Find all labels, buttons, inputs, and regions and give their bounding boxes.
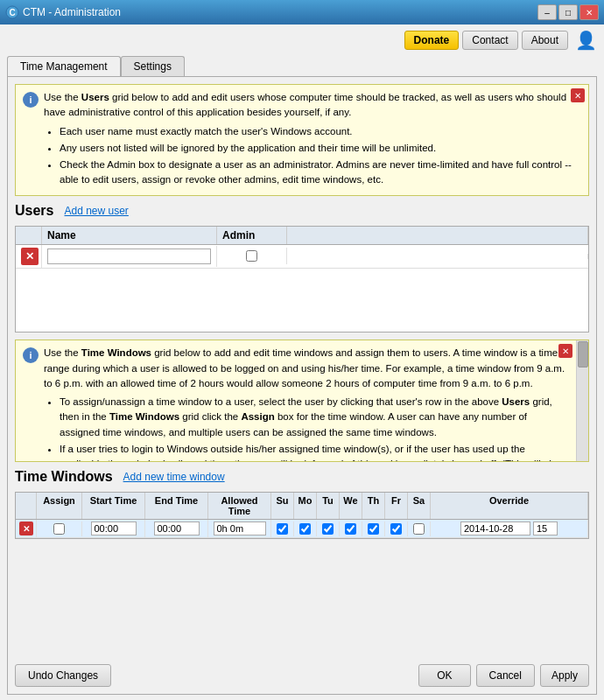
users-section-header: Users Add new user (15, 203, 589, 219)
tw-row-assign-cell (37, 522, 82, 536)
tw-row-start-cell[interactable] (82, 520, 145, 537)
users-row-delete-button[interactable]: ✕ (21, 248, 39, 265)
tw-col-we: We (340, 493, 362, 519)
users-info-text: Use the Users grid below to add and edit… (44, 90, 581, 190)
tw-col-su: Su (271, 493, 294, 519)
tw-col-override: Override (431, 493, 588, 519)
tw-col-start: Start Time (82, 493, 145, 519)
users-admin-checkbox[interactable] (246, 250, 257, 262)
bullet-1: Each user name must exactly match the us… (60, 124, 581, 139)
tw-override-date-input[interactable] (460, 522, 530, 536)
tw-row-su-cell (271, 522, 294, 536)
donate-button[interactable]: Donate (404, 31, 460, 50)
tab-bar: Time Management Settings (7, 56, 597, 76)
tw-col-allowed: Allowed Time (208, 493, 271, 519)
tw-th-checkbox[interactable] (368, 523, 379, 535)
tw-col-mo: Mo (294, 493, 317, 519)
add-new-user-link[interactable]: Add new user (64, 205, 128, 217)
tw-row-override-cell (431, 520, 588, 537)
tw-info-icon: i (23, 347, 39, 363)
tw-sa-checkbox[interactable] (413, 523, 425, 535)
tw-col-end: End Time (145, 493, 208, 519)
tw-row-del-cell: ✕ (16, 520, 37, 537)
window-title: CTM - Administration (23, 6, 537, 18)
about-button[interactable]: About (522, 31, 568, 50)
users-grid-row: ✕ (16, 245, 588, 269)
tw-su-checkbox[interactable] (277, 523, 288, 535)
users-col-admin: Admin (217, 227, 287, 244)
apply-button[interactable]: Apply (540, 664, 589, 687)
tw-row-sa-cell (408, 522, 431, 536)
tw-col-fr: Fr (385, 493, 408, 519)
add-new-tw-link[interactable]: Add new time window (123, 471, 225, 483)
tw-bullet-2: If a user tries to login to Windows outs… (60, 442, 567, 463)
info-icon: i (23, 92, 39, 108)
tw-col-sa: Sa (408, 493, 431, 519)
spacer (15, 546, 589, 652)
time-windows-info-box: i Use the Time Windows grid below to add… (15, 340, 589, 462)
time-windows-info-inner: i Use the Time Windows grid below to add… (16, 340, 588, 462)
tw-col-del (16, 493, 37, 519)
contact-button[interactable]: Contact (462, 31, 517, 50)
tw-bullet-1: To assign/unassign a time window to a us… (60, 395, 567, 440)
tw-row-th-cell (362, 522, 385, 536)
tw-we-checkbox[interactable] (345, 523, 356, 535)
top-bar: Donate Contact About 👤 (7, 30, 597, 51)
users-row-extra (287, 254, 588, 259)
tw-row-we-cell (340, 522, 362, 536)
tw-fr-checkbox[interactable] (390, 523, 402, 535)
tw-section-title: Time Windows (15, 469, 113, 485)
users-col-extra (287, 227, 588, 244)
bottom-bar: Undo Changes OK Cancel Apply (15, 659, 589, 687)
users-section-title: Users (15, 203, 53, 219)
tw-grid-header: Assign Start Time End Time Allowed Time … (16, 493, 588, 520)
tw-col-th: Th (362, 493, 385, 519)
tw-row-tu-cell (317, 522, 340, 536)
users-row-delete-cell: ✕ (16, 245, 42, 268)
users-col-delete (16, 227, 42, 244)
minimize-button[interactable]: – (537, 4, 557, 20)
tw-row-delete-button[interactable]: ✕ (19, 522, 33, 536)
tw-grid-row: ✕ (16, 520, 588, 538)
tw-row-end-cell[interactable] (145, 520, 208, 537)
undo-changes-button[interactable]: Undo Changes (15, 664, 111, 687)
users-col-name: Name (42, 227, 217, 244)
tw-row-allowed-cell[interactable] (208, 520, 271, 537)
window-controls: – □ ✕ (537, 4, 599, 20)
tw-start-input[interactable] (91, 522, 137, 536)
tw-col-tu: Tu (317, 493, 340, 519)
tw-end-input[interactable] (154, 522, 200, 536)
tw-info-close-button[interactable]: ✕ (558, 344, 572, 358)
tw-assign-checkbox[interactable] (53, 523, 65, 535)
main-area: Donate Contact About 👤 Time Management S… (0, 24, 604, 700)
title-bar: C CTM - Administration – □ ✕ (0, 0, 604, 24)
cancel-button[interactable]: Cancel (476, 664, 535, 687)
maximize-button[interactable]: □ (558, 4, 578, 20)
tw-mo-checkbox[interactable] (299, 523, 311, 535)
users-row-admin-cell (217, 248, 287, 264)
tab-time-management[interactable]: Time Management (7, 56, 121, 76)
info-scrollbar-track[interactable] (576, 340, 588, 461)
tw-info-text: Use the Time Windows grid below to add a… (44, 346, 581, 462)
users-info-box: i Use the Users grid below to add and ed… (15, 84, 589, 196)
close-button[interactable]: ✕ (579, 4, 599, 20)
info-scrollbar-thumb[interactable] (578, 341, 588, 368)
tw-override-num-input[interactable] (533, 522, 558, 536)
ok-button[interactable]: OK (418, 664, 470, 687)
users-row-name-cell[interactable] (42, 246, 217, 267)
tw-allowed-input[interactable] (214, 522, 266, 536)
tw-row-mo-cell (294, 522, 317, 536)
tw-tu-checkbox[interactable] (322, 523, 334, 535)
tw-row-fr-cell (385, 522, 408, 536)
users-info-close-button[interactable]: ✕ (571, 88, 585, 102)
users-grid: Name Admin ✕ (15, 226, 589, 333)
bullet-3: Check the Admin box to designate a user … (60, 158, 581, 188)
bullet-2: Any users not listed will be ignored by … (60, 141, 581, 156)
users-grid-header: Name Admin (16, 227, 588, 245)
users-name-input[interactable] (47, 248, 211, 264)
tw-col-assign: Assign (37, 493, 82, 519)
tab-settings[interactable]: Settings (121, 56, 185, 76)
tw-section-header: Time Windows Add new time window (15, 469, 589, 485)
action-buttons: OK Cancel Apply (418, 664, 589, 687)
app-icon: C (5, 5, 19, 19)
